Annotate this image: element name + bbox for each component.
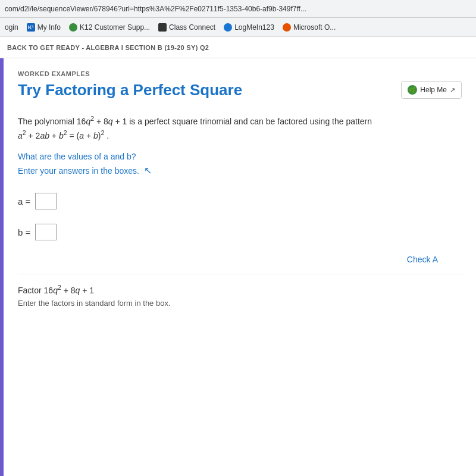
help-me-button[interactable]: 🌿 Help Me ↗ — [401, 81, 462, 99]
page-title: Try Factoring a Perfect Square — [18, 81, 242, 99]
section-label: WORKED EXAMPLES — [18, 70, 462, 77]
cursor-icon: ↖ — [144, 165, 152, 176]
bookmark-k12support[interactable]: K12 Customer Supp... — [69, 23, 150, 32]
breadcrumb[interactable]: BACK TO GET READY - ALGEBRA I SECTION B … — [0, 37, 476, 58]
bookmark-login[interactable]: ogin — [5, 23, 18, 32]
k2-icon: K² — [27, 23, 35, 32]
microsoft-icon — [283, 23, 291, 32]
title-row: Try Factoring a Perfect Square 🌿 Help Me… — [18, 81, 462, 99]
address-bar: com/d2l/le/sequenceViewer/678946?url=htt… — [0, 0, 476, 18]
check-answer-label: Check A — [407, 255, 438, 264]
factor-section: Factor 16q2 + 8q + 1 Enter the factors i… — [18, 284, 462, 308]
external-link-icon: ↗ — [450, 86, 455, 94]
a-input-row: a = — [18, 193, 462, 209]
description-line1: The polynomial 16q2 + 8q + 1 is a perfec… — [18, 114, 462, 128]
description-line2: a2 + 2ab + b2 = (a + b)2 . — [18, 128, 462, 142]
bookmark-logmein[interactable]: LogMeIn123 — [224, 23, 274, 32]
check-answer-area: Check A — [18, 255, 462, 264]
b-label: b = — [18, 227, 30, 237]
help-icon: 🌿 — [408, 85, 417, 95]
instruction-text: Enter your answers in the boxes. ↖ — [18, 165, 462, 176]
content-area: WORKED EXAMPLES Try Factoring a Perfect … — [0, 58, 476, 476]
bookmarks-bar: ogin K² My Info K12 Customer Supp... Cla… — [0, 18, 476, 37]
logmein-icon — [224, 23, 232, 32]
k12-icon — [69, 23, 77, 32]
description-block: The polynomial 16q2 + 8q + 1 is a perfec… — [18, 114, 462, 142]
classconnect-icon — [158, 23, 167, 32]
bookmark-k2myinfo[interactable]: K² My Info — [27, 23, 61, 32]
bookmark-classconnect[interactable]: Class Connect — [158, 23, 215, 32]
main-content: WORKED EXAMPLES Try Factoring a Perfect … — [4, 58, 476, 476]
a-label: a = — [18, 196, 30, 206]
b-input[interactable] — [35, 224, 57, 240]
divider — [18, 274, 462, 274]
a-input[interactable] — [35, 193, 57, 209]
bookmark-microsoft[interactable]: Microsoft O... — [283, 23, 336, 32]
question-text: What are the values of a and b? — [18, 152, 462, 161]
factor-label: Factor 16q2 + 8q + 1 — [18, 284, 462, 295]
factor-sub-label: Enter the factors in standard form in th… — [18, 299, 462, 308]
b-input-row: b = — [18, 224, 462, 240]
